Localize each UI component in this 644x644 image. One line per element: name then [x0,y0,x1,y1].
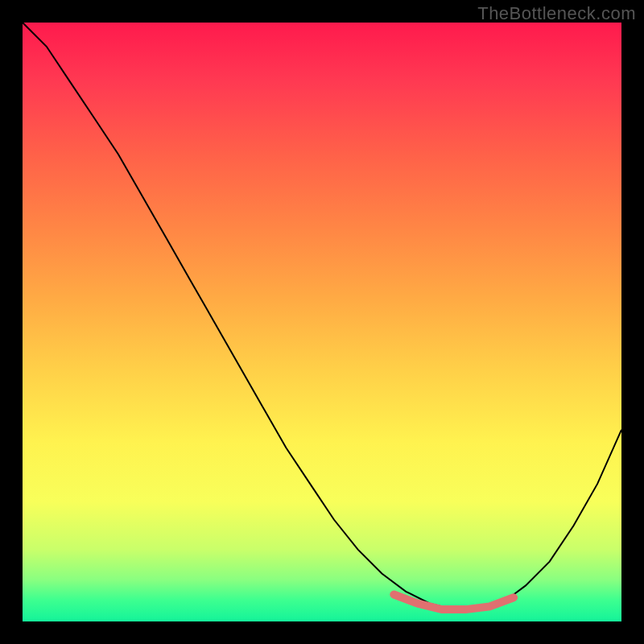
chart-area [23,23,621,621]
watermark-text: TheBottleneck.com [477,3,636,24]
optimal-range-overlay [394,595,514,610]
bottleneck-chart-svg [23,23,621,621]
bottleneck-curve-line [23,23,621,609]
